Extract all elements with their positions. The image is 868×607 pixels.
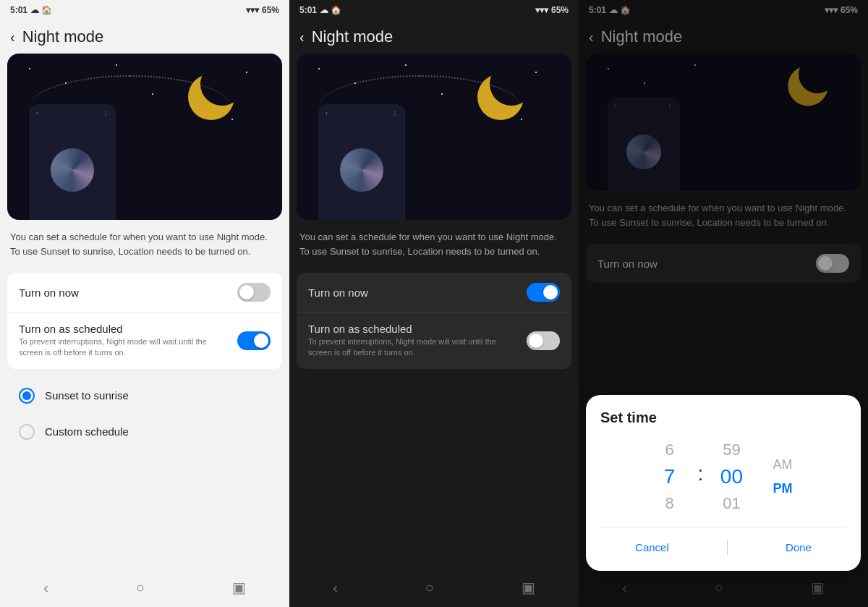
scheduled-label-1: Turn on as scheduled	[19, 323, 229, 335]
description-2: You can set a schedule for when you want…	[289, 220, 579, 268]
setting-row-scheduled-2[interactable]: Turn on as scheduled To prevent interrup…	[297, 313, 571, 369]
hours-column: 6 7 8	[644, 438, 695, 516]
min-00[interactable]: 00	[720, 462, 743, 491]
nav-recent-2[interactable]: ▣	[522, 579, 535, 596]
status-right-2: ▾▾▾ 65%	[535, 5, 569, 15]
dialog-divider	[727, 540, 728, 555]
time-2: 5:01	[299, 5, 317, 15]
panel-3: 5:01 ☁ 🏠 ▾▾▾ 65% ‹ Night mode	[579, 0, 868, 607]
nav-recent-1[interactable]: ▣	[232, 579, 246, 596]
phone-mockup-1: ‹ ⋮	[29, 104, 116, 220]
moon-icon-1	[184, 68, 239, 125]
turn-on-now-toggle-2[interactable]	[527, 283, 560, 302]
min-01[interactable]: 01	[723, 491, 740, 516]
radio-custom-1[interactable]: Custom schedule	[7, 414, 282, 450]
scheduled-sublabel-2: To prevent interruptions, Night mode wil…	[308, 336, 496, 359]
nav-home-1[interactable]: ○	[136, 580, 145, 596]
status-right-1: ▾▾▾ 65%	[246, 5, 279, 15]
setting-row-turn-on-now-2[interactable]: Turn on now	[297, 273, 571, 313]
svg-point-5	[477, 74, 524, 120]
phone-mockup-2: ‹ ⋮	[318, 104, 405, 220]
hour-6[interactable]: 6	[665, 438, 673, 462]
signal-icon-2: ☁ 🏠	[320, 5, 341, 15]
ampm-pm[interactable]: PM	[773, 477, 792, 501]
ampm-column: AM PM	[762, 453, 802, 501]
wifi-icon-1: ▾▾▾	[246, 5, 259, 15]
back-button-2[interactable]: ‹	[299, 29, 305, 46]
moon-icon-2	[474, 68, 528, 125]
panel-1: 5:01 ☁ 🏠 ▾▾▾ 65% ‹ Night mode	[0, 0, 289, 607]
radio-label-custom-1: Custom schedule	[45, 425, 129, 438]
time-picker: 6 7 8 : 59 00 01 AM PM	[600, 438, 846, 516]
radio-section-1: Sunset to sunrise Custom schedule	[7, 378, 282, 450]
status-bar-1: 5:01 ☁ 🏠 ▾▾▾ 65%	[0, 0, 289, 20]
settings-list-2: Turn on now Turn on as scheduled To prev…	[297, 273, 571, 369]
description-1: You can set a schedule for when you want…	[0, 220, 289, 268]
radio-circle-sunset-1	[19, 388, 35, 404]
back-button-1[interactable]: ‹	[10, 29, 15, 46]
panel-2: 5:01 ☁ 🏠 ▾▾▾ 65% ‹ Night mode	[289, 0, 579, 607]
hero-image-1: ‹ ⋮	[7, 54, 282, 220]
dialog-title: Set time	[600, 409, 846, 426]
scheduled-sublabel-1: To prevent interruptions, Night mode wil…	[19, 336, 207, 359]
hour-8[interactable]: 8	[665, 491, 673, 516]
battery-1: 65%	[262, 5, 279, 15]
scheduled-toggle-1[interactable]	[237, 331, 271, 350]
nav-bar-1: ‹ ○ ▣	[0, 571, 289, 607]
status-left-2: 5:01 ☁ 🏠	[299, 5, 341, 15]
header-2: ‹ Night mode	[289, 20, 579, 54]
scheduled-label-2: Turn on as scheduled	[308, 323, 518, 335]
svg-point-2	[188, 74, 234, 120]
battery-2: 65%	[551, 5, 569, 15]
header-1: ‹ Night mode	[0, 20, 289, 54]
turn-on-now-label-2: Turn on now	[308, 286, 368, 299]
status-left-1: 5:01 ☁ 🏠	[10, 5, 52, 15]
ampm-am[interactable]: AM	[773, 453, 792, 477]
time-1: 5:01	[10, 5, 27, 15]
time-colon: :	[695, 462, 707, 485]
nav-bar-2: ‹ ○ ▣	[289, 571, 579, 607]
hero-image-2: ‹ ⋮	[297, 54, 571, 220]
nav-back-2[interactable]: ‹	[333, 580, 338, 596]
wifi-icon-2: ▾▾▾	[535, 5, 548, 15]
min-59[interactable]: 59	[723, 438, 740, 462]
page-title-1: Night mode	[22, 27, 104, 46]
setting-row-scheduled-1[interactable]: Turn on as scheduled To prevent interrup…	[7, 313, 282, 369]
turn-on-now-label-1: Turn on now	[19, 286, 79, 299]
setting-row-turn-on-now-1[interactable]: Turn on now	[7, 273, 282, 313]
radio-label-sunset-1: Sunset to sunrise	[45, 389, 129, 402]
status-bar-2: 5:01 ☁ 🏠 ▾▾▾ 65%	[289, 0, 579, 20]
done-button[interactable]: Done	[774, 538, 823, 556]
turn-on-now-toggle-1[interactable]	[237, 283, 271, 302]
scheduled-toggle-2[interactable]	[527, 331, 560, 350]
nav-back-1[interactable]: ‹	[43, 580, 48, 596]
page-title-2: Night mode	[312, 27, 393, 46]
hour-7[interactable]: 7	[664, 462, 676, 491]
cancel-button[interactable]: Cancel	[624, 538, 681, 556]
radio-circle-custom-1	[19, 424, 35, 440]
dialog-buttons: Cancel Done	[600, 527, 846, 556]
set-time-dialog: Set time 6 7 8 : 59 00 01 AM PM	[586, 395, 861, 571]
signal-icon-1: ☁ 🏠	[30, 5, 52, 15]
minutes-column: 59 00 01	[706, 438, 757, 516]
radio-sunset-1[interactable]: Sunset to sunrise	[7, 378, 282, 414]
settings-list-1: Turn on now Turn on as scheduled To prev…	[7, 273, 282, 369]
nav-home-2[interactable]: ○	[425, 580, 434, 596]
